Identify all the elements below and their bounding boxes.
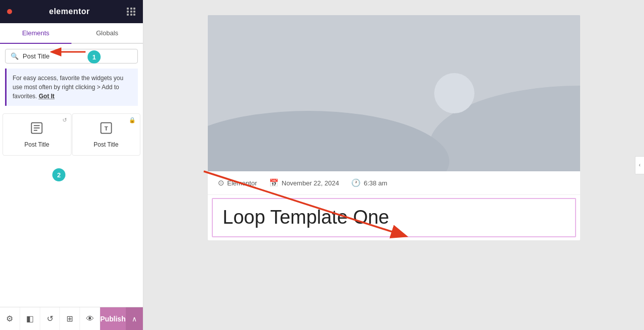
search-wrap: 🔍 — [5, 49, 138, 63]
publish-chevron[interactable]: ∧ — [126, 307, 143, 331]
settings-icon-btn[interactable]: ⚙ — [0, 307, 20, 331]
step-badge-1: 1 — [88, 50, 101, 63]
header-dot — [7, 9, 12, 14]
svg-text:T: T — [104, 125, 108, 131]
meta-row: ⊙ Elementor 📅 November 22, 2024 🕐 6:38 a… — [208, 171, 580, 195]
canvas-area: ‹ ⊙ Elementor 📅 November 22, 2024 — [143, 0, 644, 330]
publish-button[interactable]: Publish — [100, 307, 126, 331]
restore-icon: ↺ — [62, 117, 67, 123]
preview-icon-btn[interactable]: 👁 — [80, 307, 100, 331]
tip-box: For easy access, favorite the widgets yo… — [5, 69, 138, 106]
widget-post-title-1[interactable]: ↺ Post Title — [3, 113, 71, 156]
canvas-content: ⊙ Elementor 📅 November 22, 2024 🕐 6:38 a… — [208, 15, 580, 240]
featured-image-placeholder — [208, 15, 580, 171]
tab-elements[interactable]: Elements — [0, 23, 71, 44]
bottom-toolbar: ⚙ ◧ ↺ ⊞ 👁 Publish ∧ — [0, 307, 143, 330]
collapse-panel-btn[interactable]: ‹ — [635, 156, 644, 174]
widget-grid: ↺ Post Title 🔒 T Post Title — [0, 111, 143, 307]
panel-tabs: Elements Globals — [0, 23, 143, 44]
widget-post-title-2[interactable]: 🔒 T Post Title — [72, 113, 141, 156]
author-icon: ⊙ — [218, 178, 224, 187]
layers-icon-btn[interactable]: ◧ — [20, 307, 40, 331]
calendar-icon: 📅 — [269, 178, 279, 187]
post-date: November 22, 2024 — [282, 179, 339, 187]
clock-icon: 🕐 — [351, 178, 361, 187]
meta-author: ⊙ Elementor — [218, 178, 257, 187]
svg-point-10 — [434, 73, 474, 113]
widget-label-2: Post Title — [94, 141, 118, 148]
app-title: elementor — [49, 7, 90, 16]
widget-label-1: Post Title — [25, 141, 49, 148]
grid-icon[interactable] — [127, 8, 136, 16]
post-time: 6:38 am — [364, 179, 387, 187]
history-icon-btn[interactable]: ↺ — [40, 307, 60, 331]
post-title-widget[interactable]: Loop Template One — [212, 198, 576, 237]
left-panel: elementor Elements Globals 🔍 For easy ac… — [0, 0, 143, 330]
meta-date: 📅 November 22, 2024 — [269, 178, 339, 187]
tab-globals[interactable]: Globals — [71, 23, 143, 44]
meta-time: 🕐 6:38 am — [351, 178, 387, 187]
author-name: Elementor — [227, 179, 257, 187]
widget-icon-2: T — [99, 121, 113, 138]
search-icon: 🔍 — [11, 52, 19, 60]
template-icon-btn[interactable]: ⊞ — [60, 307, 80, 331]
lock-icon: 🔒 — [129, 117, 136, 123]
post-title-text: Loop Template One — [223, 206, 565, 229]
step-badge-2: 2 — [52, 168, 65, 181]
panel-header: elementor — [0, 0, 143, 23]
tip-text: For easy access, favorite the widgets yo… — [13, 75, 123, 100]
got-it-link[interactable]: Got It — [39, 93, 54, 100]
panel-search: 🔍 — [0, 44, 143, 69]
search-input[interactable] — [23, 52, 132, 60]
widget-icon-1 — [30, 121, 44, 138]
